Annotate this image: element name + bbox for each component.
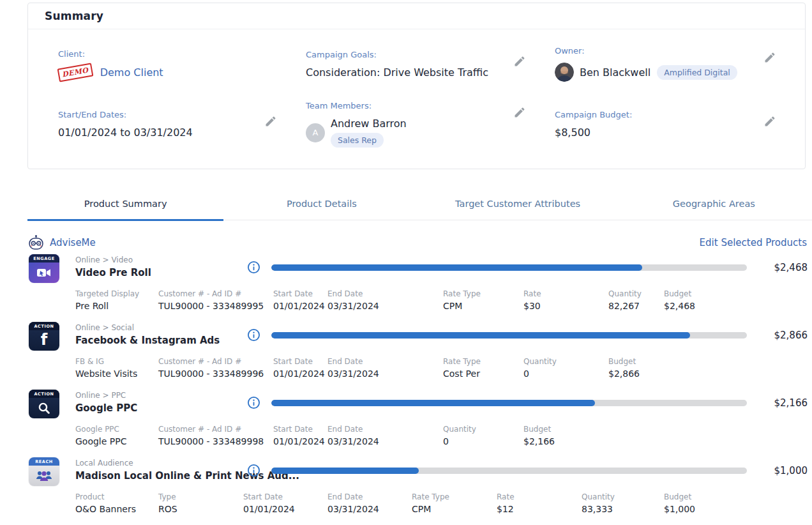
- team-members-label: Team Members:: [306, 101, 513, 110]
- product-row-facebook-instagram: ACTION f Online > Social Facebook & Inst…: [0, 322, 812, 390]
- robot-icon: [27, 234, 45, 252]
- owner-photo-icon: [555, 63, 574, 82]
- product-name: Madison Local Online & Print News Aud...: [75, 470, 299, 482]
- product-list: ENGAGE Online > Video Video Pre Roll: [0, 254, 812, 525]
- dates-field: Start/End Dates: 01/01/2024 to 03/31/202…: [58, 110, 306, 139]
- product-name: Google PPC: [75, 402, 137, 414]
- reach-product-icon: REACH: [29, 457, 59, 486]
- pencil-icon: [763, 51, 776, 64]
- team-member-name: Andrew Barron: [331, 118, 407, 130]
- campaign-goals-field: Campaign Goals: Consideration: Drive Web…: [306, 50, 555, 79]
- product-details-row: Targeted DisplayPre Roll Customer # - Ad…: [75, 289, 695, 311]
- edit-campaign-goals-button[interactable]: [513, 55, 526, 68]
- summary-title: Summary: [28, 3, 805, 29]
- products-toolbar: AdviseMe Edit Selected Products: [27, 233, 807, 252]
- pencil-icon: [763, 115, 776, 128]
- client-name-link[interactable]: Demo Client: [100, 66, 163, 79]
- info-icon[interactable]: [247, 328, 260, 344]
- owner-avatar: [555, 63, 574, 82]
- client-field: Client: DEMO Demo Client: [58, 49, 306, 79]
- dates-value: 01/01/2024 to 03/31/2024: [58, 126, 264, 139]
- product-amount: $2,166: [774, 397, 808, 409]
- client-label: Client:: [58, 49, 277, 59]
- product-details-row: ProductO&O Banners TypeROS Start Date01/…: [75, 492, 695, 514]
- edit-owner-button[interactable]: [763, 51, 776, 64]
- edit-selected-products-link[interactable]: Edit Selected Products: [700, 237, 807, 248]
- product-details-row: Google PPCGoogle PPC Customer # - Ad ID …: [75, 425, 555, 446]
- tab-product-summary[interactable]: Product Summary: [27, 192, 223, 221]
- edit-team-button[interactable]: [513, 106, 526, 119]
- budget-progress-bar: [271, 264, 747, 271]
- owner-name: Ben Blackwell: [580, 66, 650, 79]
- tab-product-details[interactable]: Product Details: [223, 192, 419, 221]
- owner-label: Owner:: [555, 46, 763, 56]
- pencil-icon: [513, 55, 526, 68]
- product-amount: $1,000: [774, 465, 808, 476]
- owner-org-badge: Amplified Digital: [657, 65, 737, 80]
- edit-budget-button[interactable]: [763, 115, 776, 128]
- tab-target-customer-attributes[interactable]: Target Customer Attributes: [420, 192, 616, 221]
- product-amount: $2,468: [774, 262, 808, 273]
- product-row-google-ppc: ACTION Online > PPC Google PPC $2,166 Go…: [0, 390, 812, 457]
- budget-label: Campaign Budget:: [555, 110, 763, 119]
- team-member-avatar: A: [306, 123, 325, 142]
- product-row-madison-local: REACH Local Audience Mad: [0, 457, 812, 525]
- product-category: Online > Social: [75, 323, 220, 332]
- info-icon[interactable]: [247, 261, 260, 277]
- pencil-icon: [513, 106, 526, 119]
- info-icon[interactable]: [247, 396, 260, 412]
- owner-field: Owner:: [555, 46, 805, 82]
- advise-me-button[interactable]: AdviseMe: [27, 234, 96, 252]
- dates-label: Start/End Dates:: [58, 110, 264, 119]
- campaign-goals-label: Campaign Goals:: [306, 50, 513, 59]
- video-camera-icon: [36, 267, 52, 278]
- people-group-icon: [36, 469, 52, 482]
- product-details-row: FB & IGWebsite Visits Customer # - Ad ID…: [75, 357, 640, 379]
- facebook-icon: f: [41, 332, 47, 347]
- edit-dates-button[interactable]: [264, 115, 277, 128]
- product-tabs: Product Summary Product Details Target C…: [27, 192, 812, 220]
- team-members-field: Team Members: A Andrew Barron Sales Rep: [306, 101, 555, 148]
- pencil-icon: [264, 115, 277, 128]
- advise-me-label: AdviseMe: [50, 237, 96, 248]
- product-amount: $2,866: [774, 330, 808, 341]
- product-category: Online > Video: [75, 255, 151, 264]
- budget-progress-bar: [271, 468, 747, 474]
- budget-progress-bar: [271, 400, 747, 406]
- team-member-role-badge: Sales Rep: [331, 133, 384, 148]
- magnifier-icon: [38, 402, 50, 415]
- engage-product-icon: ENGAGE: [29, 254, 59, 283]
- budget-value: $8,500: [555, 126, 763, 139]
- action-product-icon: ACTION f: [29, 322, 59, 351]
- summary-card: Summary Client: DEMO Demo Client: [27, 3, 806, 169]
- budget-progress-bar: [271, 332, 747, 339]
- product-category: Local Audience: [75, 459, 299, 468]
- info-icon[interactable]: [247, 464, 260, 480]
- campaign-page: Summary Client: DEMO Demo Client: [0, 0, 812, 525]
- client-logo: DEMO: [57, 63, 94, 82]
- product-name: Video Pre Roll: [75, 267, 151, 278]
- product-row-video-pre-roll: ENGAGE Online > Video Video Pre Roll: [0, 254, 812, 322]
- campaign-goals-value: Consideration: Drive Website Traffic: [306, 66, 513, 79]
- budget-field: Campaign Budget: $8,500: [555, 110, 805, 139]
- action-product-icon: ACTION: [29, 390, 59, 418]
- tab-geographic-areas[interactable]: Geographic Areas: [616, 192, 812, 221]
- product-category: Online > PPC: [75, 391, 137, 400]
- product-name: Facebook & Instagram Ads: [75, 335, 220, 346]
